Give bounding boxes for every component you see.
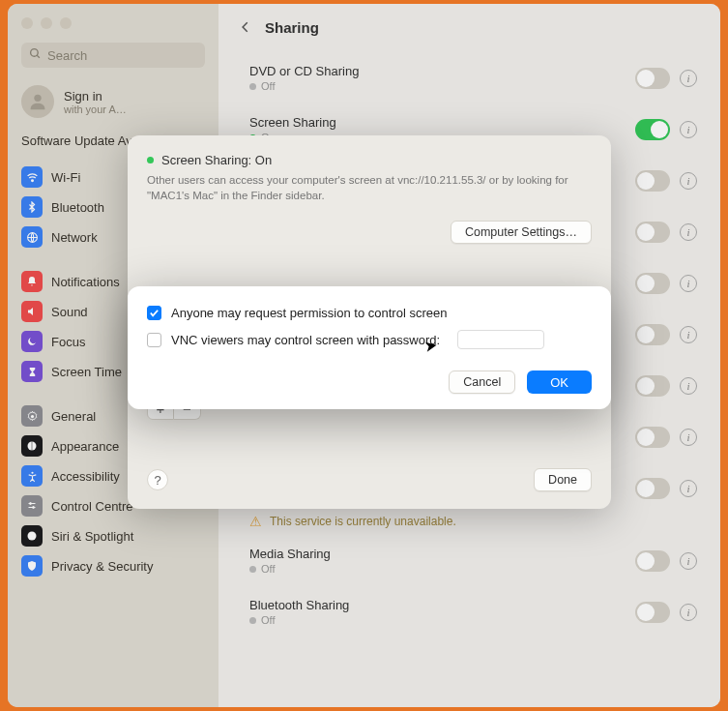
search-placeholder: Search — [47, 48, 87, 63]
sidebar-item-label: Sound — [51, 305, 88, 319]
info-icon[interactable]: i — [680, 275, 697, 292]
service-toggle[interactable] — [635, 550, 670, 572]
sidebar-item-label: Network — [51, 230, 98, 245]
sidebar-item-label: Bluetooth — [51, 200, 104, 215]
gear-icon — [21, 405, 43, 427]
service-name: Media Sharing — [249, 547, 635, 561]
svg-point-5 — [30, 415, 33, 418]
service-name: Screen Sharing — [249, 115, 635, 130]
back-button[interactable] — [236, 17, 255, 37]
svg-point-11 — [33, 507, 35, 509]
window-controls — [8, 4, 218, 39]
vnc-password-input[interactable] — [457, 330, 544, 349]
vnc-password-checkbox[interactable] — [147, 333, 161, 347]
warning-icon: ⚠ — [249, 514, 262, 529]
service-toggle[interactable] — [635, 68, 670, 89]
sidebar-item-siri-spotlight[interactable]: Siri & Spotlight — [14, 521, 213, 550]
service-status: Off — [249, 614, 635, 626]
sound-icon — [21, 301, 43, 322]
service-toggle[interactable] — [635, 324, 670, 345]
status-dot-icon — [249, 566, 256, 573]
service-toggle[interactable] — [635, 119, 670, 140]
sheet-title: Screen Sharing: On — [161, 153, 272, 167]
service-toggle[interactable] — [635, 222, 670, 243]
search-input[interactable]: Search — [21, 43, 205, 68]
sheet-description: Other users can access your computer's s… — [147, 173, 592, 203]
zoom-window-button[interactable] — [60, 17, 72, 29]
service-toggle[interactable] — [635, 375, 670, 397]
done-button[interactable]: Done — [534, 468, 592, 491]
svg-point-7 — [31, 471, 33, 473]
svg-line-1 — [37, 55, 40, 58]
info-icon[interactable]: i — [680, 480, 697, 497]
service-toggle[interactable] — [635, 427, 670, 448]
info-icon[interactable]: i — [680, 429, 697, 446]
status-dot-icon — [249, 83, 256, 90]
privacy-icon — [21, 555, 43, 577]
bluetooth-icon — [21, 196, 43, 218]
info-icon[interactable]: i — [680, 326, 697, 343]
sidebar-item-label: Privacy & Security — [51, 559, 153, 574]
hourglass-icon — [21, 361, 43, 382]
computer-settings-modal: Anyone may request permission to control… — [128, 286, 611, 409]
service-row: Bluetooth SharingOffi — [238, 586, 701, 637]
page-title: Sharing — [265, 19, 319, 36]
sidebar-item-privacy-security[interactable]: Privacy & Security — [14, 551, 213, 580]
svg-point-3 — [31, 180, 33, 182]
avatar — [21, 85, 54, 118]
info-icon[interactable]: i — [680, 604, 697, 621]
service-name: Bluetooth Sharing — [249, 598, 635, 612]
service-toggle[interactable] — [635, 273, 670, 294]
help-button[interactable]: ? — [147, 469, 168, 490]
service-toggle[interactable] — [635, 170, 670, 192]
computer-settings-button[interactable]: Computer Settings… — [451, 221, 592, 244]
svg-point-2 — [34, 95, 41, 102]
status-dot-icon — [147, 157, 154, 163]
siri-icon — [21, 525, 43, 547]
option-anyone-request-label: Anyone may request permission to control… — [171, 306, 447, 320]
signin-row[interactable]: Sign in with your A… — [8, 77, 218, 132]
service-row: Media SharingOffi — [238, 535, 701, 586]
svg-point-12 — [28, 532, 37, 541]
info-icon[interactable]: i — [680, 223, 697, 241]
service-status: Off — [249, 563, 635, 575]
service-toggle[interactable] — [635, 602, 670, 623]
info-icon[interactable]: i — [680, 377, 697, 395]
info-icon[interactable]: i — [680, 552, 697, 570]
signin-title: Sign in — [64, 89, 127, 104]
moon-icon — [21, 331, 43, 352]
service-status: Off — [249, 80, 635, 92]
accessibility-icon — [21, 465, 43, 487]
sidebar-item-label: Accessibility — [51, 469, 120, 484]
info-icon[interactable]: i — [680, 121, 697, 138]
service-warning: ⚠This service is currently unavailable. — [238, 514, 701, 535]
close-window-button[interactable] — [21, 17, 33, 29]
network-icon — [21, 226, 43, 248]
anyone-request-checkbox[interactable] — [147, 306, 161, 320]
sidebar-item-label: Screen Time — [51, 365, 122, 379]
option-vnc-password-label: VNC viewers may control screen with pass… — [171, 333, 440, 347]
option-anyone-request-row[interactable]: Anyone may request permission to control… — [147, 306, 592, 320]
service-toggle[interactable] — [635, 478, 670, 499]
sidebar-item-label: Siri & Spotlight — [51, 529, 133, 544]
service-row: DVD or CD SharingOffi — [238, 52, 701, 104]
sidebar-item-label: Appearance — [51, 439, 119, 454]
svg-point-9 — [30, 503, 32, 505]
content-header: Sharing — [218, 4, 720, 48]
sidebar-item-label: Notifications — [51, 275, 120, 289]
sheet-title-row: Screen Sharing: On — [147, 153, 592, 167]
info-icon[interactable]: i — [680, 172, 697, 190]
info-icon[interactable]: i — [680, 70, 697, 87]
option-vnc-password-row[interactable]: VNC viewers may control screen with pass… — [147, 330, 592, 349]
status-dot-icon — [249, 617, 256, 624]
cancel-button[interactable]: Cancel — [449, 370, 515, 394]
signin-subtitle: with your A… — [64, 104, 127, 115]
sidebar-item-label: Focus — [51, 335, 85, 349]
appearance-icon — [21, 435, 43, 457]
wifi-icon — [21, 166, 43, 188]
sidebar-item-label: Wi-Fi — [51, 170, 80, 185]
control-icon — [21, 495, 43, 517]
ok-button[interactable]: OK — [527, 370, 592, 394]
minimize-window-button[interactable] — [41, 17, 52, 29]
search-icon — [29, 47, 42, 63]
